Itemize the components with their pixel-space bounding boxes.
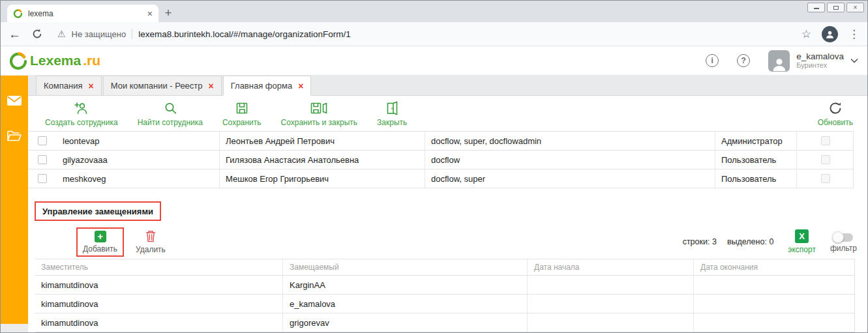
create-employee-button[interactable]: Создать сотрудника (45, 100, 118, 127)
tab-title: lexema (28, 9, 142, 18)
help-icon[interactable]: ? (737, 54, 750, 67)
tab-close-icon[interactable]: × (147, 9, 153, 18)
substitute-cell: kimamutdinova (35, 276, 282, 294)
button-label: Закрыть (377, 118, 407, 127)
date-end-cell (693, 313, 855, 332)
substitution-row[interactable]: kimamutdinova e_kamalova (35, 295, 854, 313)
door-icon (384, 101, 400, 115)
info-icon[interactable]: i (706, 54, 719, 67)
logo-domain-text: .ru (83, 53, 100, 68)
employee-roletype-cell: Пользователь (715, 151, 796, 169)
user-name: e_kamalova (796, 51, 844, 62)
export-excel-button[interactable]: X экспорт (788, 229, 816, 254)
employee-name-cell: Леонтьев Андрей Петрович (219, 132, 425, 150)
row-flag-cell (796, 132, 854, 150)
main-content: Компания × Мои компании - Реестр × Главн… (28, 76, 867, 332)
employee-roles-cell: docflow, super, docflowadmin (425, 132, 715, 150)
not-secure-warning-icon: ⚠ (57, 29, 66, 39)
new-tab-button[interactable]: + (158, 5, 178, 22)
employee-row[interactable]: meshkoveg Мешков Егор Григорьевич docflo… (28, 169, 853, 188)
substitution-row[interactable]: kimamutdinova KarginAA (35, 276, 854, 295)
refresh-button[interactable]: Обновить (818, 100, 853, 127)
back-icon[interactable]: ← (8, 28, 21, 40)
lexema-logo-icon (8, 51, 28, 70)
row-flag-checkbox[interactable] (821, 136, 830, 145)
grid-stats: строки: 3 выделено: 0 (683, 237, 774, 246)
rows-count: строки: 3 (683, 237, 717, 246)
browser-menu-icon[interactable]: ⋮ (848, 27, 860, 41)
date-start-cell (527, 313, 693, 332)
filter-toggle-switch[interactable] (833, 233, 853, 242)
save-button[interactable]: Сохранить (222, 100, 262, 127)
browser-window: lexema × + × ← ⚠ Не защищено lexema8.bur… (0, 0, 868, 333)
row-checkbox[interactable] (38, 136, 47, 145)
button-label: фильтр (830, 244, 857, 253)
sidebar-folder-button[interactable] (7, 130, 22, 145)
bookmark-star-icon[interactable]: ☆ (801, 27, 811, 41)
form-toolbar: Создать сотрудника Найти сотрудника (28, 96, 867, 131)
employee-login-cell: meshkoveg (57, 169, 219, 188)
restore-icon (833, 6, 839, 10)
person-add-icon (74, 101, 89, 115)
app-body: Компания × Мои компании - Реестр × Главн… (1, 76, 867, 332)
button-label: Найти сотрудника (138, 118, 203, 127)
save-close-icon (310, 101, 328, 115)
add-substitution-button[interactable]: Добавить (83, 231, 117, 253)
browser-tab[interactable]: lexema × (7, 5, 158, 22)
sidebar-bottom-corner (1, 324, 28, 332)
grid-controls: строки: 3 выделено: 0 X экспорт фильтр (683, 229, 867, 254)
tab-my-companies-registry[interactable]: Мои компании - Реестр × (103, 76, 222, 95)
row-flag-cell (796, 151, 854, 169)
save-and-close-button[interactable]: Сохранить и закрыть (281, 100, 357, 127)
date-end-cell (693, 276, 855, 294)
excel-icon: X (795, 229, 809, 243)
add-button-highlight: Добавить (76, 227, 124, 257)
browser-tab-strip: lexema × + × (1, 1, 867, 22)
row-checkbox[interactable] (38, 155, 47, 164)
trash-icon (145, 229, 157, 243)
row-flag-checkbox[interactable] (821, 174, 830, 183)
row-checkbox[interactable] (38, 174, 47, 183)
column-header[interactable]: Заместитель (35, 259, 282, 275)
tab-close-icon[interactable]: × (209, 81, 214, 91)
substitution-row[interactable]: kimamutdinova grigorevav (35, 313, 854, 332)
find-employee-button[interactable]: Найти сотрудника (138, 100, 203, 127)
substituted-cell: grigorevav (282, 313, 527, 332)
close-window-button[interactable]: × (846, 3, 864, 12)
substitute-cell: kimamutdinova (35, 295, 282, 313)
security-label: Не защищено (72, 29, 127, 39)
tab-close-icon[interactable]: × (89, 81, 94, 91)
tab-main-form[interactable]: Главная форма × (223, 76, 312, 95)
employee-name-cell: Гилязова Анастасия Анатольевна (219, 151, 425, 169)
employee-roles-cell: docflow (425, 151, 715, 169)
tab-company[interactable]: Компания × (36, 76, 102, 95)
employee-roletype-cell: Пользователь (715, 169, 796, 188)
toggle-knob (832, 231, 844, 243)
reload-icon[interactable] (31, 28, 43, 40)
delete-substitution-button[interactable]: Удалить (136, 229, 166, 254)
restore-button[interactable] (827, 3, 845, 12)
browser-profile-avatar[interactable] (822, 26, 838, 42)
minimize-button[interactable] (807, 3, 825, 12)
employee-row[interactable]: leontevap Леонтьев Андрей Петрович docfl… (28, 132, 853, 151)
user-menu[interactable]: e_kamalova Буринтех (768, 50, 858, 72)
lexema-logo[interactable]: Lexema.ru (8, 51, 100, 70)
url-text: lexema8.burintekh.local/#/manage/organiz… (138, 29, 351, 39)
tab-close-icon[interactable]: × (298, 81, 303, 91)
sidebar-mail-button[interactable] (7, 95, 22, 109)
column-header[interactable]: Замещаемый (282, 259, 527, 275)
substitute-cell: kimamutdinova (35, 313, 282, 332)
folder-icon (7, 130, 22, 142)
window-controls: × (807, 3, 864, 12)
date-start-cell (527, 295, 693, 313)
site-favicon-icon (13, 8, 23, 18)
address-bar[interactable]: ⚠ Не защищено lexema8.burintekh.local/#/… (57, 29, 791, 39)
column-header[interactable]: Дата начала (527, 259, 693, 275)
column-header[interactable]: Дата окончания (693, 259, 855, 275)
filter-control[interactable]: фильтр (830, 231, 857, 253)
employee-roletype-cell: Администратор (715, 132, 796, 150)
tab-label: Главная форма (231, 81, 292, 91)
employee-row[interactable]: gilyazovaaa Гилязова Анастасия Анатольев… (28, 151, 853, 169)
row-flag-checkbox[interactable] (821, 155, 830, 164)
close-form-button[interactable]: Закрыть (377, 100, 407, 127)
